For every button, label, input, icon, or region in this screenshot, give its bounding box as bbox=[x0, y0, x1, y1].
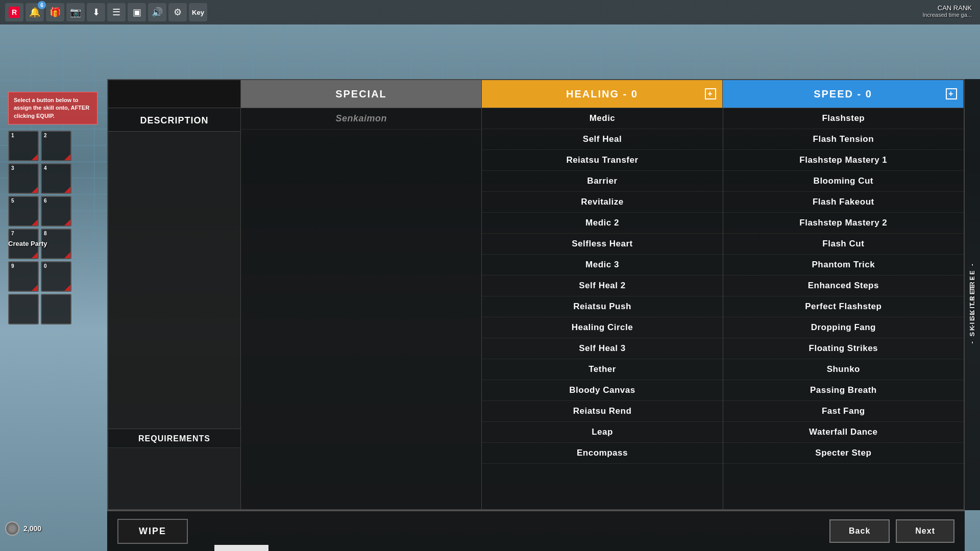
speed-skill-4[interactable]: Flash Fakeout bbox=[723, 192, 964, 213]
speed-skill-13[interactable]: Passing Breath bbox=[723, 380, 964, 401]
description-title: DESCRIPTION bbox=[108, 108, 240, 132]
healing-skill-11[interactable]: Self Heal 3 bbox=[482, 338, 722, 359]
next-button[interactable]: Next bbox=[896, 519, 954, 543]
speed-skill-9[interactable]: Perfect Flashstep bbox=[723, 296, 964, 317]
healing-skill-10[interactable]: Healing Circle bbox=[482, 317, 722, 338]
back-button[interactable]: Back bbox=[829, 519, 890, 543]
speed-skill-14[interactable]: Fast Fang bbox=[723, 401, 964, 422]
hotbar-slot-4[interactable]: 4 bbox=[41, 163, 71, 194]
healing-skill-4[interactable]: Revitalize bbox=[482, 192, 722, 213]
healing-plus-button[interactable]: + bbox=[705, 88, 716, 99]
camera-icon[interactable]: 📷 bbox=[66, 3, 85, 21]
currency-amount: 2,000 bbox=[23, 524, 41, 533]
speed-skill-15[interactable]: Waterfall Dance bbox=[723, 422, 964, 443]
healing-skill-8[interactable]: Self Heal 2 bbox=[482, 276, 722, 296]
speed-skill-0[interactable]: Flashstep bbox=[723, 108, 964, 129]
currency-icon bbox=[5, 521, 19, 536]
roblox-icon[interactable]: R bbox=[5, 3, 23, 21]
healing-skill-1[interactable]: Self Heal bbox=[482, 129, 722, 150]
rank-subtitle: Increased time ga... bbox=[922, 12, 972, 18]
create-party-label: Create Party bbox=[8, 240, 47, 247]
speed-skill-16[interactable]: Specter Step bbox=[723, 443, 964, 464]
slot-grid: 1 2 3 4 5 6 7 8 9 0 bbox=[8, 131, 97, 324]
speed-skill-12[interactable]: Shunko bbox=[723, 359, 964, 380]
healing-column-header: HEALING - 0 + bbox=[482, 80, 723, 108]
rank-info: CAN RANK Increased time ga... bbox=[922, 4, 972, 18]
hotbar-slot-2[interactable]: 2 bbox=[41, 131, 71, 161]
healing-skill-16[interactable]: Encompass bbox=[482, 443, 722, 464]
healing-column: MedicSelf HealReiatsu TransferBarrierRev… bbox=[482, 108, 723, 509]
special-column-header: SPECIAL bbox=[241, 80, 482, 108]
gear-icon[interactable]: ⚙ bbox=[168, 3, 187, 21]
hotbar-slot-6[interactable]: 6 bbox=[41, 196, 71, 227]
notification-icon[interactable]: 🔔 6 bbox=[26, 3, 44, 21]
speed-plus-button[interactable]: + bbox=[946, 88, 957, 99]
healing-skill-15[interactable]: Leap bbox=[482, 422, 722, 443]
hotbar-slot-5[interactable]: 5 bbox=[8, 196, 39, 227]
requirements-content bbox=[108, 448, 240, 509]
healing-skill-14[interactable]: Reiatsu Rend bbox=[482, 401, 722, 422]
healing-header-label: HEALING - 0 bbox=[566, 88, 638, 100]
left-panel: Select a button below to assign the skil… bbox=[8, 92, 97, 324]
speed-column-header: SPEED - 0 + bbox=[723, 80, 964, 108]
main-panel: SPECIAL HEALING - 0 + SPEED - 0 + DESCRI… bbox=[107, 79, 965, 510]
speed-skill-2[interactable]: Flashstep Mastery 1 bbox=[723, 150, 964, 171]
menu-icon[interactable]: ☰ bbox=[107, 3, 126, 21]
healing-skill-9[interactable]: Reiatsu Push bbox=[482, 296, 722, 317]
columns-header: SPECIAL HEALING - 0 + SPEED - 0 + bbox=[108, 80, 964, 108]
key-icon[interactable]: Key bbox=[189, 3, 207, 21]
hotbar-slot-extra2[interactable] bbox=[41, 294, 71, 324]
speed-skill-6[interactable]: Flash Cut bbox=[723, 234, 964, 255]
speed-skill-5[interactable]: Flashstep Mastery 2 bbox=[723, 213, 964, 234]
toolbar: R 🔔 6 🎁 📷 ⬇ ☰ ▣ 🔊 ⚙ Key bbox=[0, 0, 980, 24]
hotbar-slot-extra1[interactable] bbox=[8, 294, 39, 324]
speed-header-label: SPEED - 0 bbox=[814, 88, 872, 100]
hotbar-slot-3[interactable]: 3 bbox=[8, 163, 39, 194]
speed-skill-8[interactable]: Enhanced Steps bbox=[723, 276, 964, 296]
desc-header-space bbox=[108, 80, 241, 108]
wipe-button[interactable]: WIPE bbox=[117, 519, 188, 544]
healing-skill-0[interactable]: Medic bbox=[482, 108, 722, 129]
healing-skill-6[interactable]: Selfless Heart bbox=[482, 234, 722, 255]
skill-tree-label: - SKILL TREE - bbox=[968, 276, 976, 343]
current-sp: Current SP: 0 bbox=[214, 545, 268, 551]
special-header-label: SPECIAL bbox=[335, 88, 387, 100]
speed-skill-11[interactable]: Floating Strikes bbox=[723, 338, 964, 359]
healing-skill-12[interactable]: Tether bbox=[482, 359, 722, 380]
healing-skill-3[interactable]: Barrier bbox=[482, 171, 722, 192]
healing-skill-7[interactable]: Medic 3 bbox=[482, 255, 722, 276]
description-panel: DESCRIPTION REQUIREMENTS bbox=[108, 108, 241, 509]
gift-icon[interactable]: 🎁 bbox=[46, 3, 64, 21]
download-icon[interactable]: ⬇ bbox=[87, 3, 105, 21]
volume-icon[interactable]: 🔊 bbox=[148, 3, 166, 21]
hotbar-slot-1[interactable]: 1 bbox=[8, 131, 39, 161]
description-content bbox=[108, 132, 240, 429]
skill-senkaimon[interactable]: Senkaimon bbox=[241, 108, 481, 130]
speed-skill-3[interactable]: Blooming Cut bbox=[723, 171, 964, 192]
hint-box: Select a button below to assign the skil… bbox=[8, 92, 97, 124]
currency-display: 2,000 bbox=[5, 521, 41, 536]
speed-skill-7[interactable]: Phantom Trick bbox=[723, 255, 964, 276]
healing-skill-13[interactable]: Bloody Canvas bbox=[482, 380, 722, 401]
notification-badge: 6 bbox=[38, 1, 46, 9]
special-column: Senkaimon bbox=[241, 108, 482, 509]
healing-skill-2[interactable]: Reiatsu Transfer bbox=[482, 150, 722, 171]
columns-body: DESCRIPTION REQUIREMENTS Senkaimon Medic… bbox=[108, 108, 964, 509]
speed-skill-10[interactable]: Dropping Fang bbox=[723, 317, 964, 338]
hotbar-slot-9[interactable]: 9 bbox=[8, 261, 39, 292]
rank-label: CAN RANK bbox=[922, 4, 972, 12]
speed-column: FlashstepFlash TensionFlashstep Mastery … bbox=[723, 108, 964, 509]
screen-icon[interactable]: ▣ bbox=[128, 3, 146, 21]
hotbar-slot-0[interactable]: 0 bbox=[41, 261, 71, 292]
healing-skill-5[interactable]: Medic 2 bbox=[482, 213, 722, 234]
svg-text:R: R bbox=[12, 8, 17, 16]
speed-skill-1[interactable]: Flash Tension bbox=[723, 129, 964, 150]
requirements-title: REQUIREMENTS bbox=[108, 429, 240, 448]
